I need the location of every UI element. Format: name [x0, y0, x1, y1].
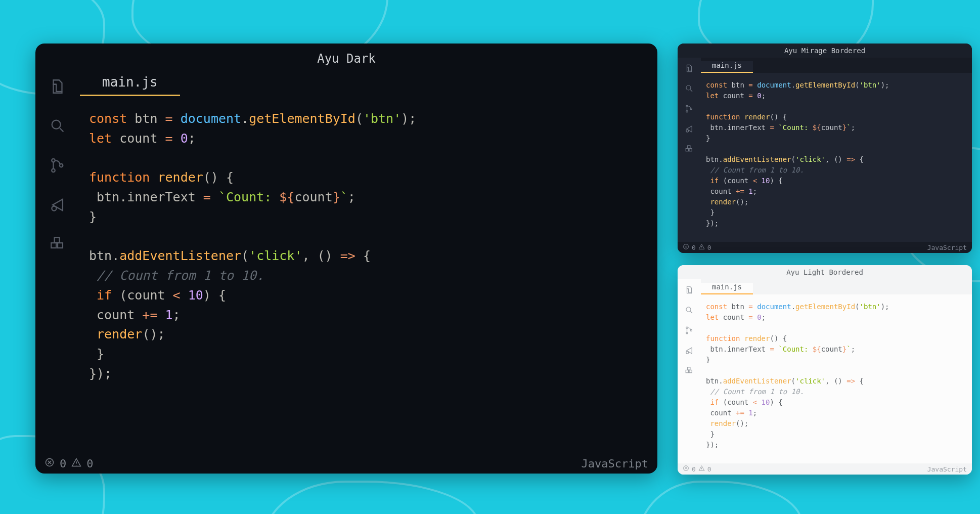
- error-icon[interactable]: [683, 465, 689, 473]
- error-icon[interactable]: [683, 243, 689, 251]
- tab-bar: main.js: [80, 68, 657, 96]
- editor-tab[interactable]: main.js: [701, 283, 753, 294]
- files-icon[interactable]: [685, 285, 694, 296]
- debug-icon[interactable]: [49, 196, 66, 216]
- files-icon[interactable]: [49, 78, 66, 97]
- error-count: 0: [692, 465, 696, 473]
- git-icon[interactable]: [49, 157, 66, 176]
- activity-bar: [35, 68, 80, 453]
- search-icon[interactable]: [685, 306, 694, 317]
- warning-count: 0: [707, 244, 711, 251]
- git-icon[interactable]: [685, 104, 694, 115]
- git-icon[interactable]: [685, 326, 694, 337]
- search-icon[interactable]: [685, 84, 694, 95]
- status-bar: 0 0 JavaScript: [678, 463, 972, 475]
- code-editor[interactable]: const btn = document.getElementById('btn…: [701, 294, 972, 463]
- language-mode[interactable]: JavaScript: [927, 465, 967, 473]
- panel-title: Ayu Mirage Bordered: [678, 44, 972, 58]
- tab-bar: main.js: [701, 279, 972, 294]
- warning-icon[interactable]: [71, 457, 81, 470]
- warning-count: 0: [86, 457, 93, 470]
- search-icon[interactable]: [49, 117, 66, 137]
- language-mode[interactable]: JavaScript: [582, 457, 648, 470]
- status-bar: 0 0 JavaScript: [35, 453, 657, 474]
- warning-icon[interactable]: [698, 465, 705, 473]
- panel-title: Ayu Light Bordered: [678, 265, 972, 279]
- bg-shape: [263, 481, 479, 514]
- extensions-icon[interactable]: [685, 145, 694, 156]
- editor-tab[interactable]: main.js: [701, 61, 753, 73]
- panel-title: Ayu Dark: [35, 44, 657, 68]
- extensions-icon[interactable]: [49, 236, 66, 255]
- activity-bar: [678, 58, 701, 242]
- theme-preview-mirage: Ayu Mirage Bordered main.js const btn = …: [678, 44, 972, 253]
- error-count: 0: [60, 457, 66, 470]
- error-icon[interactable]: [44, 457, 55, 470]
- bg-shape: [637, 481, 803, 514]
- tab-bar: main.js: [701, 58, 972, 73]
- code-editor[interactable]: const btn = document.getElementById('btn…: [80, 96, 657, 453]
- code-editor[interactable]: const btn = document.getElementById('btn…: [701, 73, 972, 242]
- debug-icon[interactable]: [685, 124, 694, 136]
- status-bar: 0 0 JavaScript: [678, 242, 972, 253]
- theme-preview-dark: Ayu Dark main.js const btn = document.ge…: [35, 44, 657, 474]
- warning-count: 0: [707, 465, 711, 473]
- editor-tab[interactable]: main.js: [80, 74, 180, 96]
- debug-icon[interactable]: [685, 346, 694, 357]
- activity-bar: [678, 279, 701, 463]
- extensions-icon[interactable]: [685, 366, 694, 377]
- files-icon[interactable]: [685, 64, 694, 75]
- warning-icon[interactable]: [698, 243, 705, 251]
- error-count: 0: [692, 244, 696, 251]
- theme-preview-light: Ayu Light Bordered main.js const btn = d…: [678, 265, 972, 475]
- language-mode[interactable]: JavaScript: [927, 244, 967, 251]
